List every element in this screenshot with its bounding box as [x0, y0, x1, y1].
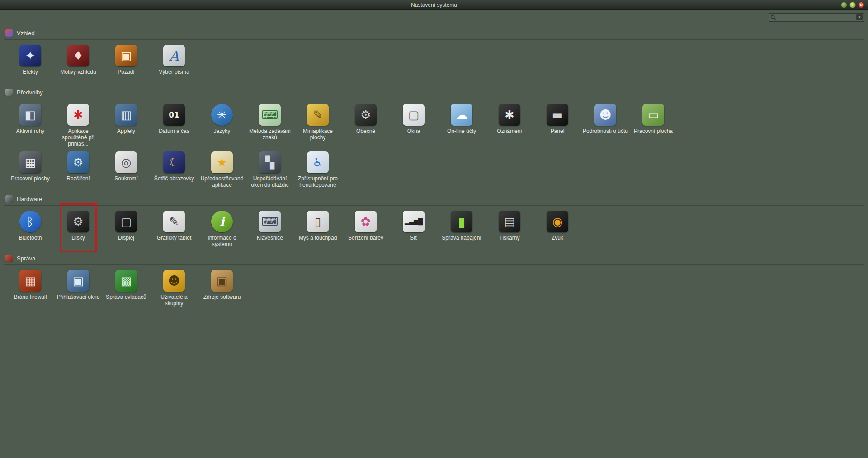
app-item-metoda-zadavani-znaku[interactable]: ⌨Metoda zadávání znaků — [246, 101, 294, 149]
app-item-sit[interactable]: ▂▄▆█Síť — [390, 208, 438, 250]
icon-glyph: ▥ — [121, 108, 132, 122]
app-item-brana-firewall[interactable]: ▦Brána firewall — [6, 267, 54, 310]
appearance-section-icon — [5, 29, 13, 37]
disky-icon: ⚙ — [67, 211, 89, 232]
app-item-podrobnosti-o-uctu[interactable]: ☻Podrobnosti o účtu — [581, 101, 629, 149]
hardware-section-icon — [5, 195, 13, 203]
app-item-setric-obrazovky[interactable]: ☾Šetřič obrazovky — [150, 149, 198, 191]
app-item-okna[interactable]: ▢Okna — [390, 101, 438, 149]
icon-glyph: ★ — [217, 156, 227, 169]
tiskarny-icon: ▤ — [499, 211, 520, 232]
app-item-displej[interactable]: ▢Displej — [102, 208, 150, 250]
section-title: Správa — [17, 255, 35, 262]
icon-glyph: ♿ — [312, 156, 323, 169]
graficky-tablet-icon: ✎ — [163, 211, 185, 232]
app-item-label: Šetřič obrazovky — [150, 176, 198, 182]
icon-glyph: ⌨ — [261, 215, 278, 228]
app-item-label: Metoda zadávání znaků — [246, 128, 294, 141]
app-item-label: Výběr písma — [150, 69, 198, 76]
section-separator — [4, 205, 864, 206]
app-item-prihlasovaci-okno[interactable]: ▣Přihlašovací okno — [54, 267, 102, 310]
aplikace-spoustene-pri-prihlas-icon: ✱ — [67, 104, 89, 126]
app-item-soukromi[interactable]: ◎Soukromí — [102, 149, 150, 191]
app-item-klavesnice[interactable]: ⌨Klávesnice — [246, 208, 294, 250]
sprava-ovladacu-icon: ▩ — [115, 270, 137, 292]
app-item-pozadi[interactable]: ▣Pozadí — [102, 42, 150, 85]
search-input[interactable] — [778, 14, 856, 20]
usporadavani-oken-do-dlazdic-icon: ▚ — [259, 151, 281, 173]
app-item-mys-a-touchpad[interactable]: ▯Myš a touchpad — [294, 208, 342, 250]
panel-icon: ▬ — [547, 104, 568, 126]
app-item-uzivatele-a-skupiny[interactable]: ☻Uživatelé a skupiny — [150, 267, 198, 310]
app-item-rozsireni[interactable]: ⚙Rozšíření — [54, 149, 102, 191]
app-item-label: Pracovní plochy — [6, 176, 54, 182]
app-item-vyber-pisma[interactable]: AVýběr písma — [150, 42, 198, 85]
app-item-on-line-ucty[interactable]: ☁On-line účty — [438, 101, 486, 149]
app-item-label: Správa napájení — [438, 235, 486, 241]
app-item-zvuk[interactable]: ◉Zvuk — [533, 208, 581, 250]
mys-a-touchpad-icon: ▯ — [307, 211, 329, 232]
app-item-obecne[interactable]: ⚙Obecné — [342, 101, 390, 149]
icon-glyph: ✿ — [361, 215, 371, 228]
icon-glyph: ▢ — [121, 215, 132, 228]
app-item-panel[interactable]: ▬Panel — [533, 101, 581, 149]
icon-glyph: ▮ — [458, 214, 466, 230]
app-item-efekty[interactable]: ✦Efekty — [6, 42, 54, 85]
app-item-label: Myš a touchpad — [294, 235, 342, 241]
icon-glyph: ✱ — [505, 108, 514, 122]
prihlasovaci-okno-icon: ▣ — [67, 270, 89, 292]
icon-glyph: ▂▄▆█ — [405, 218, 423, 225]
app-item-label: Síť — [390, 235, 438, 241]
maximize-button[interactable]: + — [849, 2, 856, 8]
icon-glyph: 01 — [169, 110, 179, 119]
app-item-graficky-tablet[interactable]: ✎Grafický tablet — [150, 208, 198, 250]
app-item-miniaplikace-plochy[interactable]: ✎Miniaplikace plochy — [294, 101, 342, 149]
zvuk-icon: ◉ — [547, 211, 568, 232]
app-item-label: Bluetooth — [6, 235, 54, 241]
section-title: Hardware — [17, 196, 42, 203]
app-item-pracovni-plochy[interactable]: ▦Pracovní plochy — [6, 149, 54, 191]
app-item-aplikace-spoustene-pri-prihlas[interactable]: ✱Aplikace spouštěné při přihláš... — [54, 101, 102, 149]
app-item-tiskarny[interactable]: ▤Tiskárny — [486, 208, 533, 250]
app-item-disky[interactable]: ⚙Disky — [54, 208, 102, 250]
app-item-zdroje-softwaru[interactable]: ▣Zdroje softwaru — [198, 267, 246, 310]
minimize-button[interactable]: − — [841, 2, 847, 8]
search-box[interactable]: ✕ — [769, 13, 864, 22]
icon-glyph: ▩ — [121, 274, 132, 288]
informace-o-systemu-icon: i — [211, 211, 233, 232]
section-vzhled: Vzhled✦Efekty♦Motivy vzhledu▣PozadíAVýbě… — [0, 25, 868, 85]
icon-glyph: ♦ — [73, 49, 83, 62]
app-item-motivy-vzhledu[interactable]: ♦Motivy vzhledu — [54, 42, 102, 85]
icon-glyph: ◉ — [552, 215, 563, 228]
app-item-pracovni-plocha[interactable]: ▭Pracovní plocha — [629, 101, 677, 149]
icon-glyph: ✳ — [217, 108, 227, 122]
app-item-informace-o-systemu[interactable]: iInformace o systému — [198, 208, 246, 250]
icon-glyph: ▭ — [648, 108, 659, 122]
pozadi-icon: ▣ — [115, 45, 137, 66]
icon-glyph: A — [169, 48, 179, 64]
okna-icon: ▢ — [403, 104, 425, 126]
app-item-uprednostnovane-aplikace[interactable]: ★Upřednostňované aplikace — [198, 149, 246, 191]
app-item-jazyky[interactable]: ✳Jazyky — [198, 101, 246, 149]
section-predvolby: Předvolby◧Aktivní rohy✱Aplikace spouštěn… — [0, 85, 868, 191]
icon-glyph: ▯ — [315, 215, 321, 228]
clear-search-icon[interactable]: ✕ — [856, 14, 863, 20]
app-item-aktivni-rohy[interactable]: ◧Aktivní rohy — [6, 101, 54, 149]
app-item-oznameni[interactable]: ✱Oznámení — [486, 101, 533, 149]
app-item-label: Datum a čas — [150, 128, 198, 135]
icon-glyph: ✱ — [73, 108, 83, 122]
oznameni-icon: ✱ — [499, 104, 520, 126]
icon-glyph: ▣ — [217, 274, 228, 288]
app-item-sprava-napajeni[interactable]: ▮Správa napájení — [438, 208, 486, 250]
app-item-bluetooth[interactable]: ᛒBluetooth — [6, 208, 54, 250]
podrobnosti-o-uctu-icon: ☻ — [594, 104, 616, 126]
section-header-sprava: Správa — [0, 250, 868, 263]
app-item-datum-a-cas[interactable]: 01Datum a čas — [150, 101, 198, 149]
app-item-serizeni-barev[interactable]: ✿Seřízení barev — [342, 208, 390, 250]
app-item-applety[interactable]: ▥Applety — [102, 101, 150, 149]
app-item-sprava-ovladacu[interactable]: ▩Správa ovladačů — [102, 267, 150, 310]
app-item-label: Soukromí — [102, 176, 150, 182]
close-button[interactable]: ✕ — [858, 2, 864, 8]
app-item-zpristupneni-pro-hendikepovane[interactable]: ♿Zpřístupnění pro hendikepované — [294, 149, 342, 191]
app-item-usporadavani-oken-do-dlazdic[interactable]: ▚Uspořádávání oken do dlaždic — [246, 149, 294, 191]
